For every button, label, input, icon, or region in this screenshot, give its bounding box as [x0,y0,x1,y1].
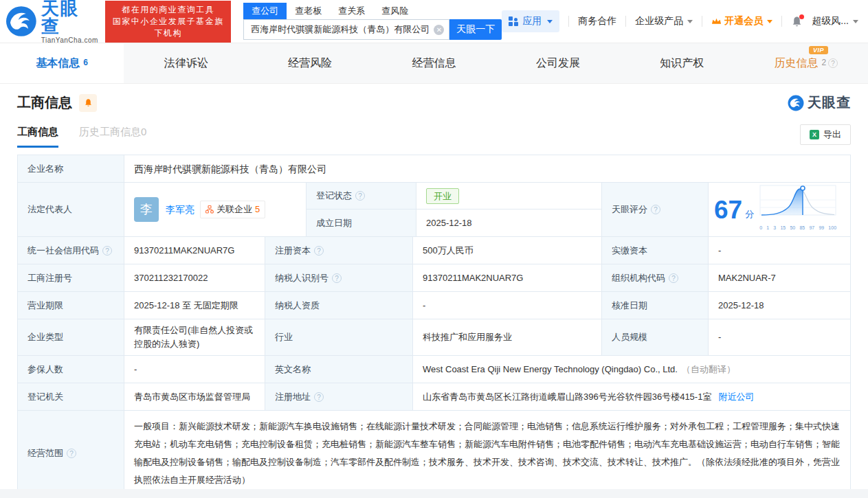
score-axis-ticks: 0131550859799100 [759,221,836,235]
taxpayer-quality-value: - [413,292,602,319]
help-icon[interactable] [67,449,76,458]
page-bottom-strip [0,489,868,498]
logo-domain: TianYanCha.com [41,36,98,44]
tab-business-risk[interactable]: 经营风险 [248,43,372,83]
score-distribution-chart: 0131550859799100 [759,185,836,235]
tab-development-label: 公司发展 [536,56,580,71]
taxpayer-quality-label: 纳税人资质 [265,292,413,319]
help-icon[interactable] [314,246,324,256]
divider [702,16,702,27]
related-companies-label: 关联企业 [216,203,252,216]
legal-rep-link[interactable]: 李军亮 [166,203,194,216]
table-row: 企业类型 有限责任公司(非自然人投资或控股的法人独资) 行业 科技推广和应用服务… [18,319,850,356]
company-type-label: 企业类型 [18,319,124,355]
score-label: 天眼评分 [602,183,709,236]
tab-history-info[interactable]: VIP 历史信息 2 [744,43,868,83]
help-icon[interactable] [102,246,112,256]
scope-value: 一般项目：新兴能源技术研发；新能源汽车换电设施销售；在线能源计量技术研发；合同能… [124,411,850,496]
crown-icon [711,17,722,25]
authority-value: 青岛市黄岛区市场监督管理局 [124,383,265,410]
header-nav: 应用 商务合作 企业级产品 开通会员 超级风... [502,10,858,32]
nav-super-risk[interactable]: 超级风... [812,15,858,27]
enterprise-label: 企业级产品 [635,15,683,27]
auto-translate-note: （自动翻译） [682,363,735,376]
search-button[interactable]: 天眼一下 [449,19,502,40]
tab-development[interactable]: 公司发展 [496,43,620,83]
term-value: 2025-12-18 至 无固定期限 [124,292,265,319]
export-button[interactable]: 导出 [800,124,851,145]
nav-enterprise-products[interactable]: 企业级产品 [635,15,693,27]
apps-label: 应用 [522,15,542,27]
address-cell: 山东省青岛市黄岛区长江路街道峨眉山路396号光谷软件园36号楼415-1室 附近… [413,383,850,410]
tianyancha-logo-icon [788,95,804,111]
related-companies-badge[interactable]: 关联企业 5 [200,201,265,218]
watermark-label: 天眼查 [808,93,851,112]
org-chart-icon [205,205,214,214]
nearby-companies-link[interactable]: 附近公司 [718,390,754,404]
reg-number-value: 370211232170022 [124,264,265,291]
taxpayer-id-value: 91370211MAK2NUAR7G [413,264,602,291]
paid-capital-label: 实缴资本 [602,237,709,264]
insured-label: 参保人数 [18,356,124,383]
company-name-value: 西海岸时代骐骥新能源科技（青岛）有限公司 [124,155,850,182]
tab-ip[interactable]: 知识产权 [620,43,744,83]
help-icon[interactable] [669,273,678,283]
search-tab-boss[interactable]: 查老板 [287,3,330,19]
slogan-line2: 国家中小企业发展子基金旗下机构 [111,16,225,39]
tianyancha-logo[interactable]: 天眼查 TianYanCha.com [5,0,98,44]
export-label: 导出 [823,128,841,141]
approval-date-value: 2025-12-18 [709,292,850,319]
scope-label: 经营范围 [18,411,124,496]
tab-history-label: 历史信息 [774,56,818,71]
org-code-label-text: 组织机构代码 [612,271,665,285]
chevron-down-icon [853,20,858,23]
company-tabbar: 基本信息 6 法律诉讼 经营风险 经营信息 公司发展 知识产权 VIP 历史信息… [0,43,868,84]
subtab-business-info[interactable]: 工商信息 [17,126,58,148]
subtab-history-business-info[interactable]: 历史工商信息0 [79,126,146,148]
uscc-label-text: 统一社会信用代码 [27,244,99,258]
address-value: 山东省青岛市黄岛区长江路街道峨眉山路396号光谷软件园36号楼415-1室 [423,390,711,404]
help-icon[interactable] [651,205,660,214]
score-label-text: 天眼评分 [612,203,647,216]
scope-label-text: 经营范围 [27,446,63,460]
search-tab-risk[interactable]: 查风险 [373,3,416,19]
english-name-cell: West Coast Era Qiji New Energy Technolog… [413,356,850,383]
monitor-bell-button[interactable] [79,94,97,112]
reg-capital-label: 注册资本 [265,237,413,264]
nav-vip-upgrade[interactable]: 开通会员 [711,15,772,27]
reg-capital-label-text: 注册资本 [275,244,311,258]
help-icon[interactable] [332,273,342,283]
table-row: 营业期限 2025-12-18 至 无固定期限 纳税人资质 - 核准日期 202… [18,292,850,319]
notifications-bell[interactable] [791,16,803,27]
tab-basic-info[interactable]: 基本信息 6 [0,43,124,83]
tianyancha-watermark: 天眼查 [788,93,851,112]
clear-search-icon[interactable] [434,25,444,35]
tab-business-info[interactable]: 经营信息 [372,43,496,83]
divider [781,16,782,27]
help-icon[interactable] [314,392,324,402]
score-unit: 分 [745,207,754,221]
search-input[interactable] [244,25,449,35]
english-name-value: West Coast Era Qiji New Energy Technolog… [423,363,678,376]
help-icon[interactable] [828,58,838,68]
tab-legal[interactable]: 法律诉讼 [124,43,247,83]
reg-status-label-text: 登记状态 [316,189,352,203]
staff-size-value: - [709,319,850,355]
divider [625,16,626,27]
search-tab-relation[interactable]: 查关系 [330,3,373,19]
search-tabs: 查公司 查老板 查关系 查风险 [243,3,502,19]
term-label: 营业期限 [18,292,124,319]
slogan-line1: 都在用的商业查询工具 [111,4,225,16]
table-row: 登记机关 青岛市黄岛区市场监督管理局 注册地址 山东省青岛市黄岛区长江路街道峨眉… [18,383,850,411]
legal-rep-cell: 李 李军亮 关联企业 5 [124,183,307,236]
apps-menu[interactable]: 应用 [502,10,559,32]
taxpayer-id-label-text: 纳税人识别号 [275,271,329,285]
logo-title: 天眼查 [41,0,98,35]
table-row: 工商注册号 370211232170022 纳税人识别号 91370211MAK… [18,264,850,292]
nav-cooperation[interactable]: 商务合作 [578,15,616,27]
vip-label: 开通会员 [724,15,763,27]
help-icon[interactable] [355,191,365,201]
taxpayer-id-label: 纳税人识别号 [265,264,413,291]
avatar: 李 [134,197,159,222]
search-tab-company[interactable]: 查公司 [243,3,287,19]
